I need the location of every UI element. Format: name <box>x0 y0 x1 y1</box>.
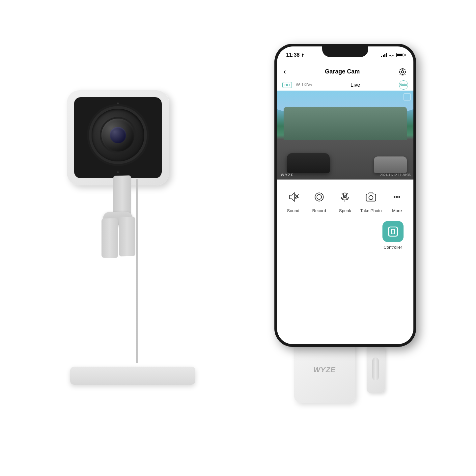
camera-bottom-dot <box>117 171 119 173</box>
record-icon-wrap <box>311 188 328 206</box>
status-time: 11:38 <box>286 52 305 58</box>
controller-icon <box>387 225 399 238</box>
signal-bar-2 <box>383 55 384 57</box>
app-header: ‹ Garage Cam <box>277 64 413 80</box>
back-button[interactable]: ‹ <box>284 68 286 76</box>
camera-base <box>70 367 195 385</box>
car-right <box>374 156 407 173</box>
sound-icon-wrap <box>285 188 302 206</box>
location-icon <box>301 53 305 57</box>
time-display: 11:38 <box>286 52 300 58</box>
camera-front <box>74 97 162 178</box>
fullscreen-button[interactable] <box>404 93 411 100</box>
svg-point-13 <box>369 195 373 200</box>
live-label: Live <box>316 82 395 88</box>
battery-icon <box>396 53 404 57</box>
camera-hardware <box>57 80 241 396</box>
controller-section: Controller <box>382 221 404 250</box>
signal-bar-1 <box>381 56 382 57</box>
controls-row: Sound Record <box>277 183 413 219</box>
camera-lens-inner <box>101 119 134 152</box>
sound-label: Sound <box>287 208 299 213</box>
svg-point-7 <box>315 193 323 201</box>
svg-point-16 <box>399 196 400 198</box>
hd-badge[interactable]: HD <box>282 82 292 88</box>
camera-body <box>67 90 169 185</box>
phone: 11:38 <box>274 44 416 347</box>
camera-timestamp: 2021-11-12 11:38:36 <box>380 173 411 177</box>
car-left <box>287 153 330 173</box>
wifi-icon <box>389 53 394 57</box>
controller-label: Controller <box>383 245 402 250</box>
svg-point-15 <box>396 196 398 198</box>
record-label: Record <box>312 208 326 213</box>
camera-ir-dot <box>117 102 119 104</box>
wyze-hub-logo: WYZE <box>313 366 336 374</box>
wyze-watermark: WYZE <box>281 173 294 177</box>
scene: WYZE 11:38 <box>57 41 419 436</box>
take-photo-label: Take Photo <box>360 208 382 213</box>
speak-icon <box>339 191 351 203</box>
signal-bar-3 <box>384 54 385 57</box>
speak-label: Speak <box>339 208 351 213</box>
more-icon <box>391 191 403 203</box>
speed-indicator: 66.1KB/s <box>296 83 312 87</box>
door-sensor <box>367 345 385 393</box>
svg-point-14 <box>394 196 395 198</box>
phone-screen: 11:38 <box>277 46 413 344</box>
camera-lens-core <box>110 127 126 143</box>
auto-badge-text: Auto <box>400 83 407 87</box>
take-photo-icon-wrap <box>362 188 379 206</box>
sound-control[interactable]: Sound <box>281 188 305 213</box>
controller-button[interactable] <box>382 221 404 242</box>
take-photo-control[interactable]: Take Photo <box>359 188 383 213</box>
battery-fill <box>397 54 403 56</box>
more-label: More <box>392 208 402 213</box>
svg-rect-17 <box>388 227 398 236</box>
camera-arm-lower-left <box>101 218 118 258</box>
camera-icon <box>365 191 377 203</box>
sound-icon <box>287 191 299 203</box>
phone-notch <box>322 46 368 57</box>
door-sensor-groove <box>372 357 379 380</box>
camera-arm-lower-right <box>119 216 135 256</box>
speak-icon-wrap <box>336 188 353 206</box>
settings-icon[interactable] <box>399 68 406 76</box>
svg-rect-18 <box>391 229 395 234</box>
more-control[interactable]: More <box>385 188 409 213</box>
record-control[interactable]: Record <box>307 188 331 213</box>
record-icon <box>313 191 325 203</box>
camera-toolbar: HD 66.1KB/s Live Auto <box>277 79 413 91</box>
svg-point-8 <box>317 194 321 199</box>
garage-overlay <box>277 91 413 180</box>
camera-feed-image: WYZE 2021-11-12 11:38:36 <box>277 91 413 180</box>
camera-cable <box>136 179 138 363</box>
svg-marker-1 <box>290 193 294 201</box>
camera-lens-outer <box>92 109 144 161</box>
auto-badge[interactable]: Auto <box>399 80 408 90</box>
page-title: Garage Cam <box>325 68 360 75</box>
more-icon-wrap <box>388 188 406 206</box>
signal-bars-icon <box>381 53 387 57</box>
camera-feed: WYZE 2021-11-12 11:38:36 <box>277 91 413 180</box>
speak-control[interactable]: Speak <box>333 188 357 213</box>
status-icons <box>381 53 404 57</box>
svg-point-0 <box>402 70 404 73</box>
signal-bar-4 <box>386 53 387 57</box>
garage-door <box>284 107 407 140</box>
wyze-hub: WYZE <box>294 337 355 403</box>
